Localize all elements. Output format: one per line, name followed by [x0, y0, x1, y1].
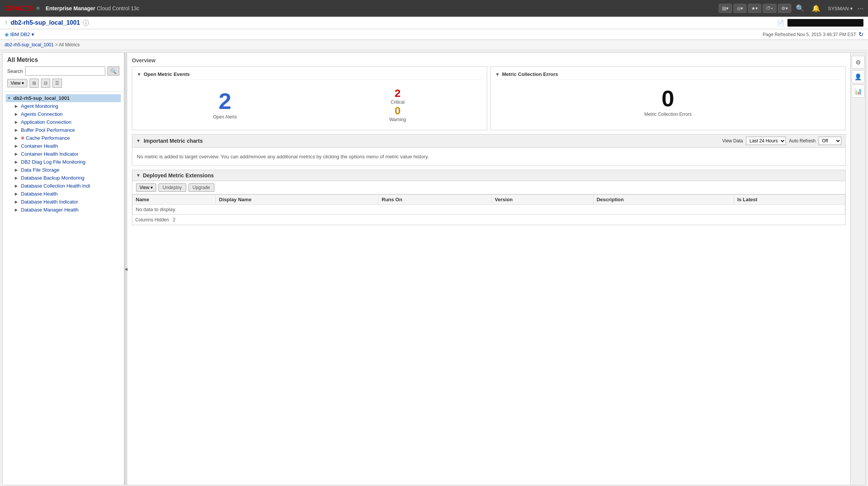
tree-label: Container Health Indicator: [21, 151, 78, 157]
redacted-content: [787, 19, 863, 27]
topology-button[interactable]: ▤▾: [719, 4, 732, 13]
document-icon: 📄: [777, 19, 784, 27]
tree-root-item[interactable]: ▼ db2-rh5-sup_local_1001: [6, 94, 121, 102]
tree-item-buffer-pool[interactable]: ▶ Buffer Pool Performance: [13, 126, 121, 134]
view-dropdown-button[interactable]: View ▾: [7, 79, 27, 87]
info-icon[interactable]: i: [83, 20, 89, 26]
db2-label[interactable]: ◉ IBM DB2 ▾: [5, 32, 34, 37]
view-chevron-icon: ▾: [22, 80, 24, 86]
overview-section: Overview: [132, 57, 846, 63]
expand-all-button[interactable]: ⊞: [30, 79, 39, 88]
oracle-logo-text: ORACLE: [5, 5, 33, 13]
open-metric-events-toggle[interactable]: ▼: [137, 72, 141, 77]
auto-refresh-select[interactable]: Off 1 min 5 min: [819, 137, 841, 145]
more-options-button[interactable]: ⋯: [857, 5, 863, 12]
chevron-right-icon: ▶: [15, 112, 19, 116]
bell-button[interactable]: 🔔: [809, 3, 823, 14]
tree-item-agent-monitoring[interactable]: ▶ Agent Monitoring: [13, 102, 121, 110]
chevron-right-icon: ▶: [15, 160, 19, 164]
tree-item-data-file-storage[interactable]: ▶ Data File Storage: [13, 166, 121, 174]
expand-all-icon: ⊞: [32, 80, 36, 86]
history-button[interactable]: ⏱▾: [763, 4, 776, 13]
deployed-extensions-title: Deployed Metric Extensions: [143, 172, 214, 178]
sidebar-gear-button[interactable]: ⚙: [852, 56, 865, 69]
tree-item-agents-connection[interactable]: ▶ Agents Connection: [13, 110, 121, 118]
tree-item-database-health[interactable]: ▶ Database Health: [13, 190, 121, 198]
tree-item-db-collection-health[interactable]: ▶ Database Collection Health Indi: [13, 182, 121, 190]
oracle-logo: ORACLE ®: [5, 5, 40, 13]
gear-icon: ⚙: [855, 59, 861, 66]
col-version: Version: [492, 195, 594, 205]
search-button[interactable]: 🔍: [793, 3, 807, 14]
dep-view-dropdown-button[interactable]: View ▾: [136, 183, 156, 192]
tree-label: Database Health Indicator: [21, 199, 78, 205]
tree-item-cache-performance[interactable]: ▶ ⊗ Cache Performance: [13, 134, 121, 142]
db2-bar: ◉ IBM DB2 ▾ Page Refreshed Nov 5, 2015 3…: [0, 29, 868, 40]
chevron-right-icon: ▶: [15, 152, 19, 156]
tree-label: Database Collection Health Indi: [21, 183, 90, 189]
tree-item-database-manager-health[interactable]: ▶ Database Manager Health: [13, 206, 121, 214]
chart-icon: 📊: [854, 88, 862, 95]
tree-item-database-health-indicator[interactable]: ▶ Database Health Indicator: [13, 198, 121, 206]
sidebar-chart-button[interactable]: 📊: [852, 85, 865, 98]
breadcrumb-link[interactable]: db2-rh5-sup_local_1001: [5, 42, 54, 47]
search-submit-button[interactable]: 🔍: [108, 66, 119, 76]
chevron-right-icon: ▶: [15, 144, 19, 148]
settings-button[interactable]: ⚙▾: [778, 4, 791, 13]
view-data-select[interactable]: Last 24 Hours Last 7 Days Last 31 Days: [746, 137, 786, 145]
tree-item-db2-diag[interactable]: ▶ DB2 Diag Log File Monitoring: [13, 158, 121, 166]
metric-collection-errors-toggle[interactable]: ▼: [495, 72, 500, 77]
undeploy-button[interactable]: Undeploy: [158, 183, 186, 192]
errors-section: 0 Metric Collection Errors: [644, 87, 692, 117]
refresh-button[interactable]: ↻: [858, 31, 863, 38]
favorites-button[interactable]: ★▾: [748, 4, 761, 13]
collapse-all-button[interactable]: ⊟: [41, 79, 50, 88]
columns-hidden-row: Columns Hidden 2: [132, 215, 845, 225]
critical-warning-section: 2 Critical 0 Warning: [389, 87, 406, 122]
col-description: Description: [593, 195, 734, 205]
tree-label: Database Health: [21, 191, 58, 197]
open-alerts-section: 2 Open Alerts: [213, 90, 237, 120]
deployed-extensions-toggle[interactable]: ▼: [136, 173, 141, 178]
top-navigation: ORACLE ® Enterprise Manager Cloud Contro…: [0, 0, 868, 17]
tree-label: DB2 Diag Log File Monitoring: [21, 159, 86, 165]
table-body: No data to display.: [133, 205, 845, 215]
open-metric-events-card: ▼ Open Metric Events 2 Open Alerts 2 Cri…: [132, 66, 487, 130]
left-panel-header: All Metrics Search 🔍 View ▾ ⊞ ⊟: [3, 53, 124, 92]
tree-label: Data File Storage: [21, 167, 59, 173]
tree-item-container-health-indicator[interactable]: ▶ Container Health Indicator: [13, 150, 121, 158]
chevron-right-icon: ▶: [15, 176, 19, 180]
targets-button[interactable]: ◎▾: [733, 4, 746, 13]
col-is-latest: Is Latest: [734, 195, 845, 205]
tree-label: Database Backup Monitoring: [21, 175, 84, 181]
metric-collection-errors-body: 0 Metric Collection Errors: [495, 84, 841, 120]
metric-collection-errors-card: ▼ Metric Collection Errors 0 Metric Coll…: [490, 66, 846, 130]
important-charts-header: ▼ Important Metric charts View Data Last…: [132, 134, 845, 148]
deployed-extensions-section: ▼ Deployed Metric Extensions View ▾ Unde…: [132, 170, 846, 225]
col-display-name: Display Name: [216, 195, 379, 205]
view-row: View ▾ ⊞ ⊟ ☰: [7, 79, 119, 88]
chevron-right-icon: ▶: [15, 208, 19, 212]
no-data-text: No data to display.: [133, 205, 845, 215]
chevron-right-icon: ▶: [15, 120, 19, 124]
user-menu-button[interactable]: SYSMAN ▾: [825, 4, 856, 13]
tree-item-database-backup[interactable]: ▶ Database Backup Monitoring: [13, 174, 121, 182]
tree-item-container-health[interactable]: ▶ Container Health: [13, 142, 121, 150]
db2-text: IBM DB2: [10, 32, 30, 37]
important-charts-toggle[interactable]: ▼: [136, 138, 141, 144]
search-input[interactable]: [25, 66, 105, 76]
error-icon: ⊗: [21, 136, 24, 140]
tree-item-application-connection[interactable]: ▶ Application Connection: [13, 118, 121, 126]
list-view-button[interactable]: ☰: [52, 79, 62, 88]
upgrade-button[interactable]: Upgrade: [188, 183, 214, 192]
target-name-text[interactable]: db2-rh5-sup_local_1001: [11, 19, 80, 26]
dep-view-chevron-icon: ▾: [150, 185, 153, 190]
collapse-bar[interactable]: ◀: [124, 53, 127, 485]
target-bar-right: 📄: [777, 19, 863, 27]
view-label: View: [11, 80, 21, 86]
right-panel: Overview ▼ Open Metric Events 2 Open Ale…: [127, 53, 850, 485]
open-alerts-number: 2: [213, 90, 237, 113]
sidebar-person-button[interactable]: 👤: [852, 70, 865, 83]
db2-icon: ◉: [5, 32, 9, 37]
chevron-right-icon: ▶: [15, 136, 19, 140]
